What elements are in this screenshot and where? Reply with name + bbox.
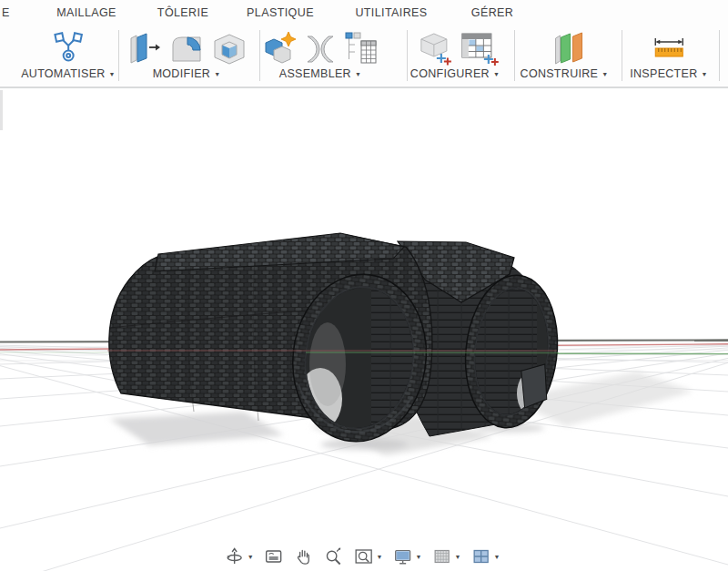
group-label: ASSEMBLER xyxy=(279,67,351,80)
group-label: AUTOMATISER xyxy=(21,67,105,80)
orbit-button[interactable]: ▼ xyxy=(224,546,255,567)
orbit-icon xyxy=(225,546,245,566)
menu-tab-maillage[interactable]: MAILLAGE xyxy=(56,6,116,19)
pan-hand-icon xyxy=(294,546,314,566)
display-settings-icon xyxy=(393,546,413,566)
chevron-down-icon: ▼ xyxy=(355,71,361,77)
grid-settings-button[interactable]: ▼ xyxy=(430,546,461,567)
zoom-icon xyxy=(324,546,344,566)
chevron-down-icon: ▼ xyxy=(602,71,608,77)
toolbar-group-automatiser[interactable]: AUTOMATISER▼ xyxy=(21,27,116,80)
chevron-down-icon[interactable]: ▼ xyxy=(377,554,383,560)
look-at-button[interactable] xyxy=(263,546,285,567)
menu-tab-utilitaires[interactable]: UTILITAIRES xyxy=(355,6,427,19)
toolbar-group-assembler[interactable]: ASSEMBLER▼ xyxy=(261,27,379,80)
toolbar-group-configurer[interactable]: CONFIGURER▼ xyxy=(410,27,500,80)
press-pull-icon[interactable] xyxy=(126,33,162,66)
measure-icon[interactable] xyxy=(649,31,689,66)
chevron-down-icon[interactable]: ▼ xyxy=(493,554,500,560)
configuration-cube-icon[interactable] xyxy=(411,31,451,66)
toolbar-separator xyxy=(719,30,720,81)
chevron-down-icon[interactable]: ▼ xyxy=(248,554,254,560)
chevron-down-icon[interactable]: ▼ xyxy=(416,554,422,560)
toolbar-separator xyxy=(118,30,119,81)
chevron-down-icon: ▼ xyxy=(702,71,708,77)
zoom-button[interactable] xyxy=(323,546,345,567)
group-label: CONSTRUIRE xyxy=(521,67,599,80)
configuration-table-icon[interactable] xyxy=(458,31,498,66)
group-label: CONFIGURER xyxy=(410,67,490,80)
window-zoom-icon xyxy=(354,546,374,566)
menu-tab-tolerie[interactable]: TÔLERIE xyxy=(157,6,208,19)
toolbar-separator xyxy=(622,30,622,81)
chevron-down-icon: ▼ xyxy=(109,71,116,77)
toolbar-header: E MAILLAGE TÔLERIE PLASTIQUE UTILITAIRES… xyxy=(0,0,728,88)
new-component-icon[interactable] xyxy=(261,31,298,66)
chevron-down-icon: ▼ xyxy=(493,71,500,77)
chevron-down-icon: ▼ xyxy=(214,71,220,77)
group-label: INSPECTER xyxy=(630,67,697,80)
look-at-icon xyxy=(264,546,284,566)
fit-window-zoom-button[interactable]: ▼ xyxy=(353,546,384,567)
pan-button[interactable] xyxy=(293,546,315,567)
automation-linkage-icon[interactable] xyxy=(50,31,86,66)
menu-tab-partial[interactable]: E xyxy=(2,6,10,19)
joint-icon[interactable] xyxy=(304,33,337,66)
toolbar-separator xyxy=(514,30,515,81)
fillet-icon[interactable] xyxy=(168,33,205,66)
toolbar-separator xyxy=(259,30,260,81)
toolbar-group-construire[interactable]: CONSTRUIRE▼ xyxy=(521,27,609,80)
menu-tab-gerer[interactable]: GÉRER xyxy=(471,6,513,19)
viewports-button[interactable]: ▼ xyxy=(470,546,500,567)
app-window: E MAILLAGE TÔLERIE PLASTIQUE UTILITAIRES… xyxy=(0,0,728,571)
panel-edge-strip xyxy=(0,90,3,130)
bom-icon[interactable] xyxy=(343,31,379,66)
viewports-icon xyxy=(470,546,490,566)
view-navigation-bar: ▼ xyxy=(224,546,501,567)
menu-tab-plastique[interactable]: PLASTIQUE xyxy=(247,6,314,19)
menubar: E MAILLAGE TÔLERIE PLASTIQUE UTILITAIRES… xyxy=(0,0,728,25)
toolbar-group-modifier[interactable]: MODIFIER▼ xyxy=(126,27,248,80)
construction-plane-icon[interactable] xyxy=(544,31,584,66)
chevron-down-icon[interactable]: ▼ xyxy=(454,554,460,560)
grid-icon xyxy=(431,546,451,566)
toolbar-separator xyxy=(407,30,408,81)
display-settings-button[interactable]: ▼ xyxy=(392,546,423,567)
shell-icon[interactable] xyxy=(211,33,248,66)
group-label: MODIFIER xyxy=(153,67,211,80)
toolbar-group-inspecter[interactable]: INSPECTER▼ xyxy=(630,27,707,80)
